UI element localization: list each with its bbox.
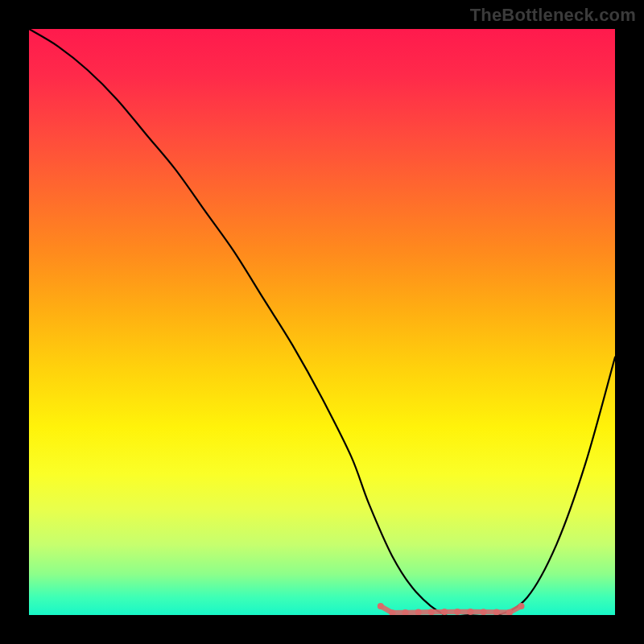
flat-zone-line	[381, 606, 522, 613]
flat-zone-dot	[378, 603, 384, 609]
plot-area	[29, 29, 615, 615]
watermark-text: TheBottleneck.com	[470, 5, 636, 26]
flat-zone-dot	[428, 609, 435, 615]
curve-svg	[29, 29, 615, 615]
flat-zone-dot	[481, 609, 487, 615]
bottleneck-curve	[29, 29, 615, 615]
flat-zone-dot	[518, 603, 525, 609]
flat-zone-dot	[467, 609, 473, 615]
flat-zone-dot	[454, 609, 460, 615]
chart-frame: TheBottleneck.com	[0, 0, 644, 644]
flat-zone-dot	[441, 609, 448, 615]
flat-zone-markers	[378, 603, 525, 615]
